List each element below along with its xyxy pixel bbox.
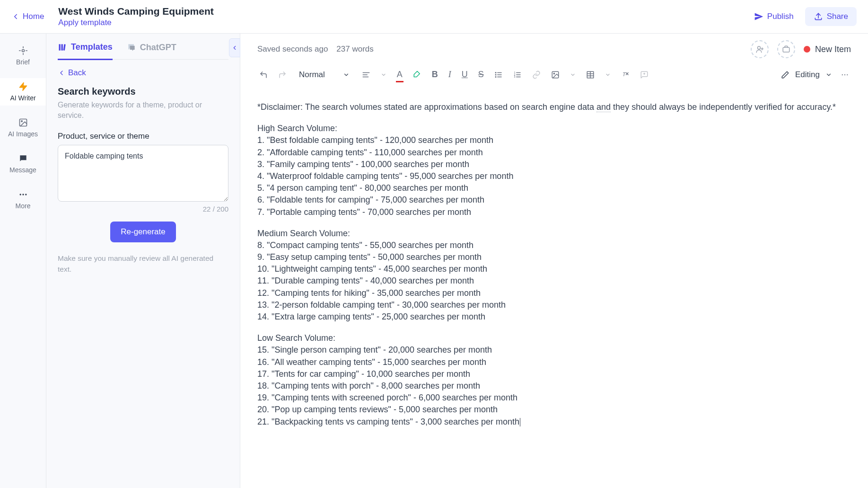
editor-toolbar: Normal A B I U S 123 T [240,65,868,90]
bullet-list-button[interactable] [492,69,505,81]
table-button[interactable] [584,69,596,81]
document-title: West Winds Camping Equipment [58,6,213,17]
books-icon [58,43,67,52]
content-line: 17. "Tents for car camping" - 10,000 sea… [257,368,851,380]
align-dropdown[interactable] [379,70,388,80]
rail-more[interactable]: More [0,186,46,213]
content-line: 8. "Compact camping tents" - 55,000 sear… [257,240,851,251]
left-rail: Brief AI Writer AI Images Message More [0,34,46,488]
collapse-sidebar-button[interactable] [229,38,240,57]
content-line: 13. "2-person foldable camping tent" - 3… [257,299,851,311]
svg-point-31 [553,73,554,74]
content-line: 11. "Durable camping tents" - 40,000 sea… [257,275,851,287]
panel-title: Search keywords [58,86,228,97]
rail-ai-writer[interactable]: AI Writer [0,78,46,106]
svg-point-7 [25,194,26,195]
text-cursor [520,418,520,426]
publish-label: Publish [767,12,794,21]
rail-ai-images-label: AI Images [8,130,38,138]
more-icon [841,71,849,79]
share-button[interactable]: Share [805,7,857,26]
numbered-list-button[interactable]: 123 [511,69,524,81]
svg-point-43 [847,74,848,75]
editing-label: Editing [795,70,820,80]
tab-templates[interactable]: Templates [58,42,113,60]
table-dropdown[interactable] [603,70,613,80]
list-bullet-icon [494,71,503,79]
bold-button[interactable]: B [430,68,440,81]
rail-brief[interactable]: Brief [0,42,46,70]
svg-rect-8 [59,44,61,50]
tab-templates-label: Templates [71,42,113,52]
link-icon [532,71,541,79]
pencil-icon [781,71,789,79]
undo-button[interactable] [257,69,270,81]
chevron-left-icon [11,12,20,21]
editing-mode-select[interactable]: Editing [781,70,832,80]
strikethrough-icon: S [478,70,484,80]
theme-input[interactable] [58,145,228,202]
more-toolbar-button[interactable] [839,69,851,81]
list-numbered-icon: 123 [513,71,522,79]
comment-icon [640,71,649,79]
font-color-icon: A [397,70,403,80]
link-button[interactable] [530,69,543,81]
image-icon [18,118,28,127]
svg-marker-2 [19,83,26,91]
content-line: 19. "Camping tents with screened porch" … [257,392,851,404]
svg-point-41 [842,74,843,75]
new-item-status[interactable]: New Item [804,44,851,54]
underline-icon: U [462,70,468,80]
undo-icon [259,71,268,79]
chevron-down-icon [605,72,611,78]
briefcase-button[interactable] [777,40,795,58]
svg-rect-9 [61,44,63,50]
back-label: Back [68,68,86,78]
underline-button[interactable]: U [460,68,470,81]
section-header: Low Search Volume: [257,332,851,344]
tab-chatgpt-label: ChatGPT [140,43,176,53]
send-icon [754,12,763,21]
editor-area: Saved seconds ago 237 words New Item [240,34,868,488]
bolt-icon [18,82,28,91]
font-color-button[interactable]: A [395,68,404,81]
content-line: 4. "Waterproof foldable camping tents" -… [257,170,851,182]
image-button[interactable] [549,69,561,81]
content-line: 10. "Lightweight camping tents" - 45,000… [257,263,851,275]
svg-point-18 [495,72,496,73]
share-label: Share [827,12,848,21]
editor-content[interactable]: *Disclaimer: The search volumes stated a… [240,90,868,488]
upload-icon [814,12,823,21]
sidebar-panel: Templates ChatGPT Back Search keywords G… [46,34,240,488]
rail-message[interactable]: Message [0,150,46,177]
align-left-icon [362,71,370,79]
svg-rect-14 [783,47,789,52]
section-header: Medium Search Volume: [257,228,851,240]
content-line: 5. "4 person camping tent" - 80,000 sear… [257,182,851,194]
back-link[interactable]: Back [58,68,228,78]
chevron-down-icon [343,71,350,78]
image-dropdown[interactable] [568,70,578,80]
rail-ai-images[interactable]: AI Images [0,114,46,142]
highlight-button[interactable] [411,69,423,81]
home-link[interactable]: Home [11,12,44,21]
spellcheck-word[interactable]: and [596,102,611,112]
tab-chatgpt[interactable]: ChatGPT [127,42,176,59]
field-label: Product, service or theme [58,132,228,141]
italic-button[interactable]: I [447,68,453,81]
align-button[interactable] [360,69,372,81]
redo-button[interactable] [276,69,289,81]
apply-template-link[interactable]: Apply template [58,18,213,27]
add-user-button[interactable] [751,40,769,58]
svg-text:3: 3 [514,75,515,78]
strikethrough-button[interactable]: S [476,68,486,81]
clear-format-button[interactable]: T [619,69,631,81]
sidebar-tabs: Templates ChatGPT [58,42,228,60]
regenerate-button[interactable]: Re-generate [110,222,176,242]
paragraph-style-select[interactable]: Normal [295,68,353,81]
publish-button[interactable]: Publish [754,12,794,21]
table-icon [586,71,595,79]
rail-brief-label: Brief [16,58,30,66]
comment-button[interactable] [638,69,650,81]
content-line: 18. "Camping tents with porch" - 8,000 s… [257,380,851,392]
